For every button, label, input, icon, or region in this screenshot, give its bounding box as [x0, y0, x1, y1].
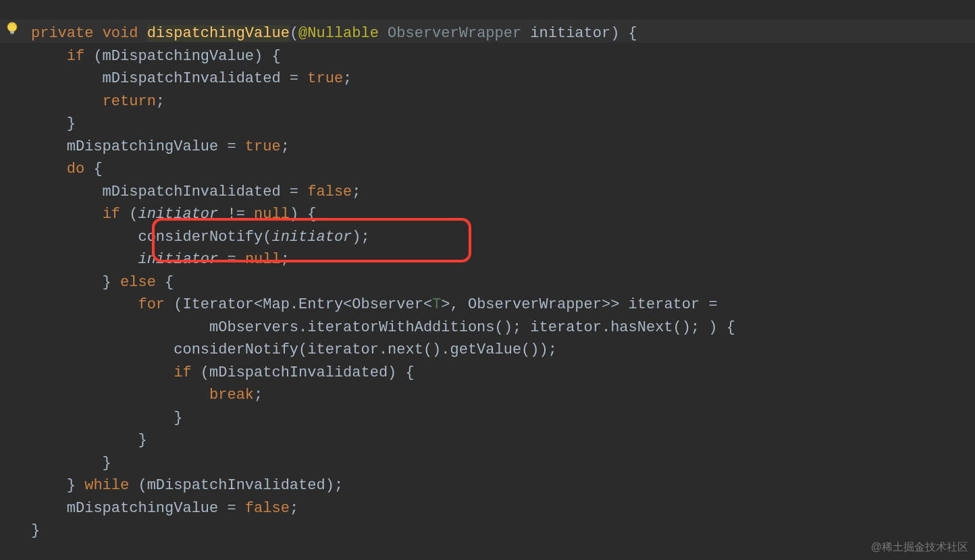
- code-text: mDispatchingValue =: [31, 138, 245, 155]
- code-text: (mDispatchingValue) {: [84, 48, 280, 65]
- param-initiator: initiator: [138, 251, 218, 268]
- code-text: considerNotify(: [31, 229, 271, 246]
- keyword-false: false: [245, 500, 290, 517]
- punct: ) {: [610, 25, 637, 42]
- punct: ;: [156, 93, 165, 110]
- code-text: mDispatchInvalidated =: [31, 70, 307, 87]
- indent: [31, 251, 138, 268]
- watermark-text: @稀土掘金技术社区: [871, 540, 968, 555]
- keyword-null: null: [254, 206, 290, 223]
- punct: ;: [343, 70, 352, 87]
- code-text: {: [84, 161, 102, 177]
- param-initiator: initiator: [138, 206, 218, 223]
- svg-rect-1: [10, 31, 14, 33]
- keyword-for: for: [138, 296, 165, 313]
- param-initiator: initiator: [530, 25, 610, 42]
- keyword-return: return: [103, 93, 156, 110]
- code-text: mObservers.iteratorWithAdditions(); iter…: [31, 319, 735, 336]
- code-text: }: [31, 410, 182, 426]
- lightbulb-icon[interactable]: [5, 21, 19, 37]
- code-text: }: [31, 522, 40, 539]
- code-text: }: [31, 432, 147, 449]
- code-text: (Iterator<Map.Entry<Observer<: [165, 296, 432, 313]
- code-text: =: [218, 251, 245, 268]
- keyword-do: do: [67, 161, 84, 177]
- keyword-if: if: [67, 48, 84, 65]
- indent: [31, 387, 209, 403]
- code-text: mDispatchingValue =: [31, 500, 245, 517]
- code-text: !=: [218, 206, 254, 223]
- code-text: }: [31, 477, 84, 494]
- keyword-private: private: [31, 25, 93, 42]
- code-text: ) {: [290, 206, 317, 223]
- keyword-null: null: [245, 251, 281, 268]
- indent: [31, 364, 174, 381]
- punct: (: [290, 25, 298, 42]
- keyword-if: if: [174, 364, 191, 381]
- code-text: considerNotify(iterator.next().getValue(…: [31, 341, 557, 358]
- punct: ;: [352, 184, 361, 200]
- keyword-break: break: [209, 387, 254, 403]
- keyword-while: while: [84, 477, 129, 494]
- keyword-if: if: [103, 206, 120, 223]
- indent: [31, 48, 67, 65]
- code-text: );: [352, 229, 369, 246]
- keyword-else: else: [120, 274, 156, 291]
- annotation-nullable: @Nullable: [298, 25, 379, 42]
- keyword-void: void: [103, 25, 138, 42]
- keyword-true: true: [307, 70, 343, 87]
- code-editor-frame: private void dispatchingValue(@Nullable …: [0, 0, 975, 560]
- code-text: (mDispatchInvalidated) {: [192, 364, 415, 381]
- indent: [31, 93, 103, 110]
- type-param-t: T: [432, 296, 441, 313]
- keyword-true: true: [245, 138, 281, 155]
- code-text: (: [120, 206, 138, 223]
- code-text: (mDispatchInvalidated);: [129, 477, 343, 494]
- indent: [31, 296, 138, 313]
- method-name: dispatchingValue: [147, 25, 290, 42]
- svg-rect-2: [11, 33, 14, 34]
- code-block[interactable]: private void dispatchingValue(@Nullable …: [31, 22, 735, 542]
- code-text: {: [156, 274, 174, 291]
- code-text: >, ObserverWrapper>> iterator =: [441, 296, 717, 313]
- code-text: }: [31, 274, 120, 291]
- punct: ;: [290, 500, 298, 517]
- keyword-false: false: [307, 184, 352, 200]
- code-text: }: [31, 455, 111, 472]
- punct: ;: [254, 387, 263, 403]
- param-initiator: initiator: [271, 229, 352, 246]
- punct: ;: [281, 138, 290, 155]
- indent: [31, 161, 67, 177]
- code-text: mDispatchInvalidated =: [31, 184, 307, 200]
- code-text: }: [31, 115, 76, 132]
- indent: [31, 206, 103, 223]
- type-observerwrapper: ObserverWrapper: [388, 25, 521, 42]
- punct: ;: [281, 251, 290, 268]
